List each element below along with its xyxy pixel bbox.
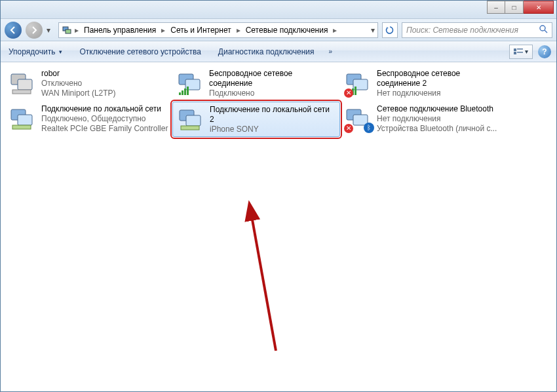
svg-line-3	[545, 30, 547, 33]
connection-status: Нет подключения	[377, 88, 504, 98]
svg-rect-22	[355, 87, 356, 95]
connection-text: Беспроводное сетевое соединениеПодключен…	[209, 69, 336, 99]
chevron-down-icon[interactable]: ▾	[371, 26, 375, 35]
connection-status: Отключено	[41, 79, 168, 88]
svg-rect-16	[187, 87, 189, 95]
connection-detail: WAN Miniport (L2TP)	[41, 88, 168, 98]
svg-rect-14	[182, 90, 183, 95]
svg-rect-6	[514, 52, 516, 54]
history-dropdown[interactable]: ▾	[47, 22, 54, 39]
svg-rect-13	[179, 92, 181, 95]
bluetooth-overlay-icon: ᛒ	[364, 123, 374, 133]
lan-on-icon	[177, 105, 206, 134]
connection-text: Сетевое подключение BluetoothНет подключ…	[377, 104, 504, 134]
window-controls: – □ ✕	[487, 1, 554, 14]
lan-on-icon	[9, 104, 37, 133]
wifi-off-icon: ✕	[344, 69, 373, 98]
connection-name: Сетевое подключение Bluetooth	[377, 104, 504, 114]
address-bar: ▾ ▸ Панель управления ▸ Сеть и Интернет …	[1, 19, 556, 41]
connection-item[interactable]: Подключение по локальной сетиПодключено,…	[5, 102, 172, 137]
chevron-right-icon: ▸	[332, 26, 338, 35]
breadcrumb[interactable]: ▸ Панель управления ▸ Сеть и Интернет ▸ …	[58, 22, 378, 38]
connection-name: Подключение по локальной сети	[41, 104, 168, 114]
connection-detail: Realtek PCIe GBE Family Controller	[41, 124, 168, 134]
explorer-window: – □ ✕ ▾ ▸ Панель управления ▸ Сеть и Инт…	[0, 0, 557, 392]
chevron-right-icon: ▸	[73, 26, 80, 35]
connection-item[interactable]: Беспроводное сетевое соединениеПодключен…	[172, 66, 340, 102]
search-icon[interactable]	[539, 24, 548, 35]
breadcrumb-seg-2[interactable]: Сетевые подключения	[243, 24, 331, 36]
connection-status: Нет подключения	[377, 114, 504, 124]
lan-disabled-icon	[9, 69, 37, 98]
chevron-right-icon: ▸	[160, 26, 166, 35]
chevron-right-icon: ▸	[235, 26, 242, 35]
minimize-button[interactable]: –	[487, 1, 505, 14]
connection-name: Беспроводное сетевое соединение 2	[377, 69, 504, 88]
svg-rect-7	[517, 52, 523, 53]
maximize-button[interactable]: □	[505, 1, 524, 14]
toolbar: Упорядочить Отключение сетевого устройст…	[1, 41, 556, 62]
connection-text: roborОтключеноWAN Miniport (L2TP)	[41, 69, 168, 99]
connection-item[interactable]: Подключение по локальной сети 2iPhone SO…	[172, 102, 340, 137]
wifi-on-icon	[176, 69, 205, 98]
svg-rect-24	[18, 115, 32, 125]
disconnected-overlay-icon: ✕	[344, 88, 353, 98]
svg-rect-1	[66, 29, 71, 33]
organize-menu[interactable]: Упорядочить	[6, 45, 65, 58]
svg-line-31	[250, 205, 276, 351]
search-placeholder: Поиск: Сетевые подключения	[406, 26, 518, 35]
refresh-button[interactable]	[382, 22, 398, 38]
connection-name: Подключение по локальной сети 2	[210, 105, 336, 125]
help-button[interactable]: ?	[538, 45, 551, 58]
disable-device-button[interactable]: Отключение сетевого устройства	[77, 45, 203, 58]
svg-point-2	[540, 26, 545, 31]
diagnose-connection-button[interactable]: Диагностика подключения	[216, 45, 317, 58]
connection-status: Подключено	[209, 88, 336, 98]
toolbar-overflow[interactable]: »	[329, 48, 333, 55]
close-button[interactable]: ✕	[524, 1, 554, 14]
connection-text: Беспроводное сетевое соединение 2Нет под…	[377, 69, 504, 99]
search-input[interactable]: Поиск: Сетевые подключения	[402, 22, 552, 38]
svg-rect-28	[181, 126, 199, 130]
connection-name: robor	[41, 69, 168, 79]
annotation-arrow	[210, 200, 289, 357]
breadcrumb-seg-0[interactable]: Панель управления	[81, 24, 159, 36]
back-button[interactable]	[5, 22, 22, 39]
titlebar: – □ ✕	[1, 1, 556, 19]
network-icon	[62, 25, 72, 35]
connection-text: Подключение по локальной сетиПодключено,…	[41, 104, 168, 134]
svg-rect-5	[517, 49, 523, 50]
svg-rect-10	[12, 90, 31, 94]
disconnected-overlay-icon: ✕	[344, 124, 353, 133]
svg-rect-27	[186, 115, 201, 126]
connections-pane: roborОтключеноWAN Miniport (L2TP)Беспров…	[1, 62, 556, 391]
connection-item[interactable]: ✕Беспроводное сетевое соединение 2Нет по…	[340, 66, 508, 102]
connection-detail: iPhone SONY	[210, 125, 336, 134]
svg-rect-9	[18, 79, 32, 90]
connection-item[interactable]: roborОтключеноWAN Miniport (L2TP)	[5, 66, 172, 102]
connection-item[interactable]: ✕ᛒСетевое подключение BluetoothНет подкл…	[340, 102, 508, 137]
svg-rect-15	[184, 88, 186, 95]
connection-text: Подключение по локальной сети 2iPhone SO…	[210, 105, 336, 134]
toolbar-right: ▾ ?	[509, 45, 551, 59]
view-options-button[interactable]: ▾	[509, 45, 533, 59]
bluetooth-off-icon: ✕ᛒ	[344, 104, 373, 133]
breadcrumb-seg-1[interactable]: Сеть и Интернет	[168, 24, 233, 36]
svg-rect-4	[514, 49, 516, 51]
connection-status: Подключено, Общедоступно	[41, 114, 168, 124]
connection-detail: Устройства Bluetooth (личной с...	[377, 124, 504, 134]
connection-name: Беспроводное сетевое соединение	[209, 69, 336, 88]
forward-button[interactable]	[26, 22, 43, 39]
svg-rect-25	[12, 125, 31, 129]
